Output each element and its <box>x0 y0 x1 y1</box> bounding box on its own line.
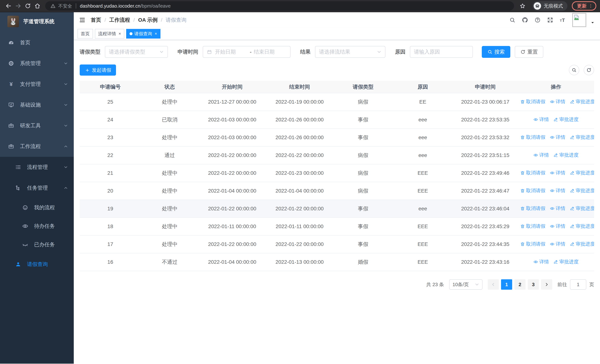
action-detail-link[interactable]: 详情 <box>550 98 565 105</box>
back-icon[interactable] <box>4 1 13 11</box>
action-cancel-link[interactable]: 取消请假 <box>520 241 545 247</box>
chevron-down-icon <box>64 61 68 65</box>
action-detail-link[interactable]: 详情 <box>550 205 565 212</box>
action-cancel-link[interactable]: 取消请假 <box>520 134 545 140</box>
sidebar-item-infrastructure[interactable]: 基础设施 <box>0 94 74 115</box>
table-header-row: 申请编号状态开始时间结束时间请假类型原因申请时间操作 <box>80 81 594 93</box>
create-leave-button[interactable]: ＋ 发起请假 <box>80 65 116 76</box>
address-bar[interactable]: 不安全 dashboard.yudao.iocoder.cn/bpm/oa/le… <box>45 1 514 10</box>
bookmark-star-icon[interactable] <box>518 1 527 11</box>
action-progress-link[interactable]: 审批进度 <box>570 187 594 194</box>
sidebar-item-task-mgmt[interactable]: 任务管理 <box>0 177 74 198</box>
close-tab-icon[interactable]: × <box>155 31 157 36</box>
action-progress-link[interactable]: 审批进度 <box>570 98 594 105</box>
toggle-search-button[interactable] <box>569 65 579 75</box>
reload-icon[interactable] <box>23 1 33 11</box>
search-button[interactable]: 搜索 <box>482 46 510 58</box>
tab-home[interactable]: 首页 <box>77 29 93 38</box>
apply-time-range-picker[interactable]: 开始日期 - 结束日期 <box>203 46 291 58</box>
cell-actions: 详情审批进度 <box>518 111 594 129</box>
cell-leave-type: 事假 <box>333 218 393 235</box>
sidebar-item-leave-query[interactable]: 请假查询 <box>0 254 74 275</box>
action-progress-link[interactable]: 审批进度 <box>570 134 594 140</box>
fullscreen-icon[interactable] <box>547 17 553 23</box>
incognito-icon <box>534 2 541 10</box>
action-progress-link[interactable]: 审批进度 <box>553 152 579 158</box>
sidebar-filler <box>0 275 74 364</box>
action-cancel-link[interactable]: 取消请假 <box>520 169 545 176</box>
action-cancel-link[interactable]: 取消请假 <box>520 205 545 212</box>
chevron-down-icon <box>64 103 68 107</box>
page-button-3[interactable]: 3 <box>528 279 539 290</box>
cell-reason: eee <box>393 129 453 146</box>
tab-process-detail[interactable]: 流程详情× <box>95 29 124 38</box>
page-size-select[interactable]: 10条/页 <box>449 279 483 290</box>
reset-button[interactable]: 重置 <box>515 46 543 58</box>
action-detail-link[interactable]: 详情 <box>533 116 549 123</box>
sidebar-toggle-icon[interactable] <box>79 17 86 23</box>
next-page-button[interactable] <box>541 279 552 290</box>
prev-page-button[interactable] <box>488 279 499 290</box>
app-logo[interactable]: 🐰 芋道管理系统 <box>0 12 74 31</box>
action-progress-link[interactable]: 审批进度 <box>570 223 594 229</box>
refresh-table-button[interactable] <box>584 65 594 75</box>
help-icon[interactable] <box>534 17 541 23</box>
sidebar-item-my-process[interactable]: 我的流程 <box>0 198 74 217</box>
sidebar-item-workflow[interactable]: 工作流程 <box>0 136 74 157</box>
sidebar-item-payment[interactable]: ¥支付管理 <box>0 74 74 94</box>
navbar-actions: TT <box>509 13 595 27</box>
cell-end-time: 2022-01-26 00:00:00 <box>266 129 333 146</box>
font-size-icon[interactable]: TT <box>560 17 566 23</box>
goto-page-input[interactable]: 1 <box>570 279 586 290</box>
sidebar-item-todo-tasks[interactable]: 待办任务 <box>0 217 74 235</box>
column-header: 结束时间 <box>266 81 333 93</box>
sidebar-item-done-tasks[interactable]: 已办任务 <box>0 235 74 254</box>
caret-down-icon[interactable] <box>590 20 595 25</box>
action-progress-link[interactable]: 审批进度 <box>570 169 594 176</box>
cell-leave-type: 病假 <box>333 164 393 182</box>
action-progress-link[interactable]: 审批进度 <box>553 259 579 265</box>
action-detail-link[interactable]: 详情 <box>550 169 565 176</box>
cell-actions: 取消请假详情审批进度 <box>518 218 594 235</box>
forward-icon[interactable] <box>13 1 23 11</box>
action-detail-link[interactable]: 详情 <box>550 223 565 229</box>
sidebar-item-dev-tools[interactable]: 研发工具 <box>0 115 74 136</box>
breadcrumb-item[interactable]: OA 示例 <box>138 17 158 24</box>
action-progress-link[interactable]: 审批进度 <box>553 116 579 123</box>
close-tab-icon[interactable]: × <box>119 31 121 36</box>
action-cancel-link[interactable]: 取消请假 <box>520 187 545 194</box>
search-icon[interactable] <box>509 17 516 23</box>
action-detail-link[interactable]: 详情 <box>533 259 549 265</box>
github-icon[interactable] <box>522 17 528 23</box>
tab-leave-query[interactable]: 请假查询× <box>126 29 160 38</box>
sidebar-item-process-mgmt[interactable]: 流程管理 <box>0 157 74 177</box>
cell-end-time: 2022-01-13 00:00:00 <box>266 253 333 271</box>
page-root: 不安全 dashboard.yudao.iocoder.cn/bpm/oa/le… <box>0 0 600 364</box>
reason-label: 原因 <box>395 48 405 56</box>
breadcrumb-item[interactable]: 工作流程 <box>109 17 130 24</box>
face-icon <box>21 204 29 211</box>
action-cancel-link[interactable]: 取消请假 <box>520 98 545 105</box>
logo-image: 🐰 <box>7 16 19 27</box>
result-select[interactable]: 请选择流结果 <box>315 46 385 58</box>
browser-update-button[interactable]: 更新 <box>572 1 596 10</box>
cell-start-time: 2022-01-22 00:00:00 <box>198 235 266 253</box>
dashboard-icon <box>7 39 15 46</box>
reason-input[interactable]: 请输入原因 <box>410 46 473 58</box>
action-detail-link[interactable]: 详情 <box>550 134 565 140</box>
action-detail-link[interactable]: 详情 <box>550 241 565 247</box>
home-icon[interactable] <box>33 1 42 11</box>
main-area: 首页/工作流程/OA 示例/请假查询 TT 首页流程详情×请假查询× 请假类型 <box>74 12 600 364</box>
sidebar-item-home[interactable]: 首页 <box>0 32 74 53</box>
sidebar-item-system[interactable]: 系统管理 <box>0 53 74 74</box>
action-detail-link[interactable]: 详情 <box>533 152 549 158</box>
breadcrumb-item[interactable]: 首页 <box>91 17 101 24</box>
action-progress-link[interactable]: 审批进度 <box>570 205 594 212</box>
avatar[interactable] <box>572 13 586 27</box>
action-detail-link[interactable]: 详情 <box>550 187 565 194</box>
page-button-1[interactable]: 1 <box>501 279 512 290</box>
leave-type-select[interactable]: 请选择请假类型 <box>105 46 168 58</box>
action-progress-link[interactable]: 审批进度 <box>570 241 594 247</box>
page-button-2[interactable]: 2 <box>514 279 525 290</box>
action-cancel-link[interactable]: 取消请假 <box>520 223 545 229</box>
